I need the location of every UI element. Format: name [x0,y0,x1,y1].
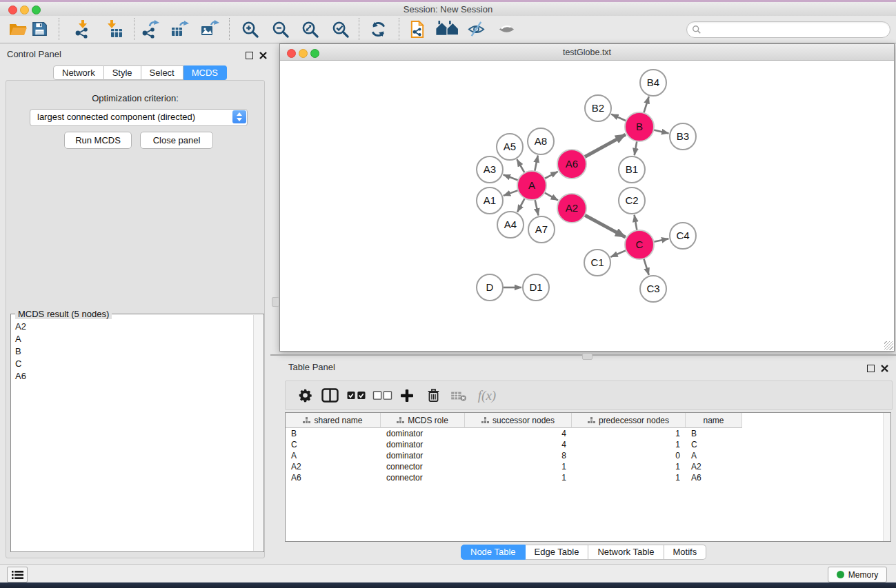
table-float-icon[interactable] [867,363,875,371]
table-cell[interactable]: connector [381,473,465,483]
graph-node-C1[interactable]: C1 [584,250,610,276]
edge-A-A3[interactable] [504,174,520,181]
table-row[interactable]: Bdominator41B [286,428,890,439]
result-item[interactable]: A2 [12,320,254,332]
table-cell[interactable]: C [286,440,381,449]
run-mcds-button[interactable]: Run MCDS [64,132,132,149]
table-row[interactable]: Adominator80A [286,450,890,461]
table-cell[interactable]: C [686,440,742,449]
graph-node-B1[interactable]: B1 [619,156,645,183]
save-session-icon[interactable] [28,17,50,41]
graph-node-A5[interactable]: A5 [497,134,523,160]
memory-button[interactable]: Memory [828,567,887,582]
float-panel-icon[interactable] [246,50,254,58]
table-cell[interactable]: 0 [572,451,686,460]
tab-edge-table[interactable]: Edge Table [526,545,589,560]
function-builder-icon[interactable]: f(x) [473,381,501,409]
hide-selected-icon[interactable] [465,17,487,41]
graph-node-C2[interactable]: C2 [619,187,645,214]
tab-network[interactable]: Network [53,65,104,80]
graph-node-A7[interactable]: A7 [528,216,555,243]
zoom-in-icon[interactable] [239,17,261,41]
table-row[interactable]: Cdominator41C [286,439,890,450]
table-cell[interactable]: A [686,451,742,460]
table-scrollbar[interactable] [883,413,890,541]
graph-node-A8[interactable]: A8 [528,128,554,154]
table-cell[interactable]: 1 [465,462,572,472]
table-cell[interactable]: A [286,451,381,460]
deselect-all-icon[interactable] [370,381,394,409]
table-cell[interactable]: 1 [572,440,686,449]
result-item[interactable]: A [12,332,254,345]
first-neighbors-icon[interactable] [434,17,461,41]
delete-table-icon[interactable] [448,381,470,409]
graph-node-A4[interactable]: A4 [497,212,524,238]
edge-B-B4[interactable] [644,97,649,114]
table-cell[interactable]: 1 [465,473,572,483]
graph-node-A3[interactable]: A3 [477,156,503,183]
table-cell[interactable]: dominator [381,429,465,438]
graph-node-A6[interactable]: A6 [557,150,586,179]
graph-node-B[interactable]: B [625,112,654,141]
horizontal-splitter-grip[interactable] [582,353,593,360]
table-cell[interactable]: 4 [465,429,572,438]
table-cell[interactable]: A2 [286,462,381,472]
table-row[interactable]: A6connector11A6 [286,472,890,483]
result-item[interactable]: C [12,357,254,369]
delete-column-trash-icon[interactable] [424,381,443,409]
graph-node-D[interactable]: D [477,274,503,301]
edge-A-A5[interactable] [517,159,525,174]
tab-style[interactable]: Style [104,65,141,80]
open-session-icon[interactable] [7,17,29,41]
panel-splitter-grip[interactable] [272,297,279,307]
close-panel-icon[interactable] [259,50,268,58]
network-canvas[interactable]: B4B2BB3A8A5A6A3B1AA1C2A2A4A7C4CC1DD1C3 [280,61,894,351]
import-network-icon[interactable] [72,17,94,41]
edge-A-A1[interactable] [504,190,519,196]
graph-node-B2[interactable]: B2 [585,95,611,121]
table-cell[interactable]: B [286,429,381,438]
edge-C-C3[interactable] [644,257,649,275]
column-header-successor-nodes[interactable]: successor nodes [465,413,572,428]
tab-network-table[interactable]: Network Table [588,545,664,560]
window-resize-grip[interactable] [884,341,893,350]
graph-node-B4[interactable]: B4 [640,70,666,96]
edge-A-A7[interactable] [535,199,538,216]
show-columns-icon[interactable] [319,381,340,409]
table-cell[interactable]: B [686,429,742,438]
graph-node-B3[interactable]: B3 [670,123,696,150]
network-from-selection-icon[interactable] [406,17,428,41]
table-row[interactable]: A2connector11A2 [286,461,890,472]
table-cell[interactable]: 8 [465,451,572,460]
show-all-icon[interactable] [495,17,517,41]
table-cell[interactable]: 1 [572,473,686,483]
add-column-icon[interactable] [397,381,417,409]
export-table-icon[interactable] [169,17,191,41]
column-header-MCDS-role[interactable]: MCDS role [381,413,465,428]
table-cell[interactable]: connector [381,462,465,472]
edge-A2-C[interactable] [584,214,626,237]
export-image-icon[interactable] [199,17,221,41]
graph-node-C3[interactable]: C3 [640,276,666,302]
table-cell[interactable]: dominator [381,451,465,460]
column-header-name[interactable]: name [686,413,742,428]
graph-node-C[interactable]: C [625,230,654,259]
edge-B-B2[interactable] [611,114,628,122]
mcds-result-list[interactable]: A2ABCA6 [12,320,254,551]
edge-C-C1[interactable] [610,250,627,256]
edge-A-A6[interactable] [544,172,558,179]
edge-A6-B[interactable] [584,134,626,158]
graph-node-C4[interactable]: C4 [670,223,696,249]
edge-C-C2[interactable] [635,215,637,232]
column-header-predecessor-nodes[interactable]: predecessor nodes [572,413,686,428]
tab-mcds[interactable]: MCDS [183,65,227,80]
criterion-dropdown[interactable]: largest connected component (directed) [30,109,248,126]
table-cell[interactable]: 4 [465,440,572,449]
refresh-layout-icon[interactable] [367,17,389,41]
table-cell[interactable]: A2 [686,462,742,472]
task-history-button[interactable] [7,567,28,582]
search-input[interactable] [705,24,884,35]
close-panel-button[interactable]: Close panel [140,132,213,149]
edge-A-A4[interactable] [517,197,526,212]
table-cell[interactable]: dominator [381,440,465,449]
